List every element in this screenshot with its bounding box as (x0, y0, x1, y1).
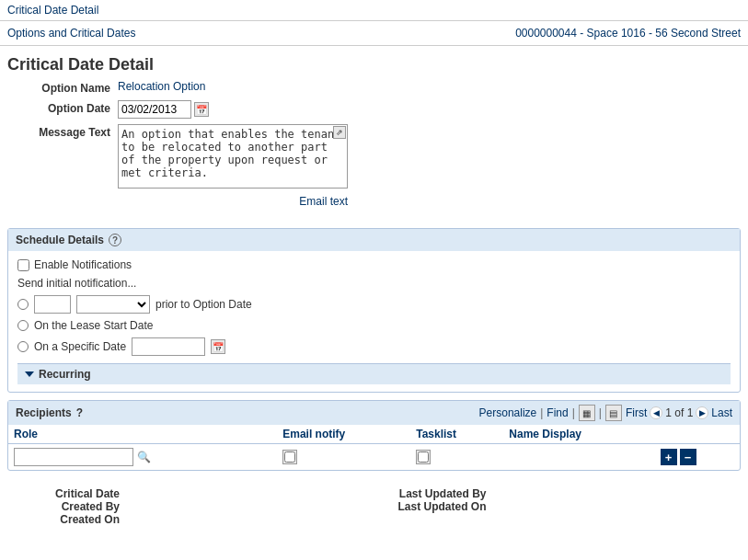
col-header-actions (655, 425, 740, 444)
recipients-header-left: Recipients ? (16, 406, 83, 419)
option-date-label: Option Date (7, 100, 118, 115)
option-name-row: Option Name Relocation Option (7, 80, 741, 95)
message-text-label: Message Text (7, 124, 118, 139)
option-date-row: Option Date 📅 (7, 100, 741, 119)
notification-unit-dropdown[interactable]: Days Weeks Months (76, 295, 150, 314)
prev-page-btn[interactable]: ◀ (650, 406, 662, 419)
footer-info: Critical Date Created By Created On Last… (0, 478, 748, 535)
first-page-link[interactable]: First (626, 406, 647, 419)
schedule-details-title: Schedule Details (16, 234, 104, 246)
tasklist-cell (410, 444, 503, 471)
nav-right-link[interactable]: 0000000044 - Space 1016 - 56 Second Stre… (515, 27, 741, 40)
page-info: 1 of 1 (665, 406, 693, 419)
breadcrumb-bar: Critical Date Detail (0, 0, 748, 21)
schedule-details-body: Enable Notifications Send initial notifi… (8, 251, 740, 392)
message-text-row: Message Text An option that enables the … (7, 124, 741, 208)
email-text-link[interactable]: Email text (299, 195, 348, 208)
send-initial-label: Send initial notification... (17, 277, 731, 290)
enable-notifications-row: Enable Notifications (17, 258, 731, 271)
message-text-input[interactable]: An option that enables the tenant to be … (118, 124, 348, 189)
role-cell: 🔍 (8, 444, 277, 471)
email-notify-checkbox-icon[interactable] (282, 450, 297, 464)
recurring-bar[interactable]: Recurring (17, 363, 731, 384)
export-table-icon[interactable]: ▤ (605, 405, 622, 421)
recipients-help-icon[interactable]: ? (76, 406, 83, 419)
option-name-value[interactable]: Relocation Option (118, 80, 205, 93)
last-updated-by-label: Last Updated By (374, 487, 494, 500)
option-date-input[interactable] (118, 100, 191, 119)
recipients-section: Recipients ? Personalize | Find | ▦ | ▤ … (7, 400, 741, 471)
enable-notifications-label: Enable Notifications (34, 258, 132, 271)
actions-cell: + − (655, 444, 740, 471)
separator-1: | (540, 406, 543, 419)
page-title-area: Critical Date Detail (0, 46, 748, 80)
option-name-label: Option Name (7, 80, 118, 95)
role-lookup-icon[interactable]: 🔍 (136, 450, 151, 464)
recipients-table-header-row: Role Email notify Tasklist Name Display (8, 425, 740, 444)
add-row-button[interactable]: + (661, 449, 677, 465)
recipients-title: Recipients (16, 406, 72, 419)
pagination: First ◀ 1 of 1 ▶ Last (626, 406, 732, 419)
message-text-expand-icon[interactable]: ⇗ (333, 126, 346, 139)
radio-row-lease-start: On the Lease Start Date (17, 319, 731, 332)
email-notify-checkbox[interactable] (284, 451, 295, 463)
last-updated-on-label: Last Updated On (374, 500, 494, 513)
breadcrumb-link[interactable]: Critical Date Detail (7, 4, 98, 17)
radio-row-specific-date: On a Specific Date 📅 (17, 337, 731, 356)
tasklist-checkbox-icon[interactable] (416, 450, 431, 464)
role-input[interactable] (14, 448, 133, 466)
name-display-cell (503, 444, 654, 471)
created-by-label: Created By (7, 500, 127, 513)
export-spreadsheet-icon[interactable]: ▦ (579, 405, 595, 421)
option-date-calendar-icon[interactable]: 📅 (194, 102, 209, 117)
separator-2: | (572, 406, 575, 419)
recurring-triangle-icon (25, 371, 34, 377)
last-updated-by-row: Last Updated By (374, 487, 742, 500)
nav-left-link[interactable]: Options and Critical Dates (7, 27, 135, 40)
last-updated-on-row: Last Updated On (374, 500, 742, 513)
prior-to-label: prior to Option Date (155, 298, 252, 311)
radio-lease-start-option[interactable] (17, 320, 29, 331)
col-header-tasklist: Tasklist (410, 425, 503, 444)
created-by-row: Created By (7, 500, 374, 513)
recipients-header-right: Personalize | Find | ▦ | ▤ First ◀ 1 of … (479, 405, 732, 421)
col-header-name-display: Name Display (503, 425, 654, 444)
email-notify-cell (277, 444, 410, 471)
personalize-link[interactable]: Personalize (479, 406, 537, 419)
specific-date-input[interactable] (132, 337, 205, 356)
find-link[interactable]: Find (547, 406, 568, 419)
nav-bar: Options and Critical Dates 0000000044 - … (0, 21, 748, 46)
schedule-details-help-icon[interactable]: ? (109, 234, 121, 246)
last-page-link[interactable]: Last (711, 406, 732, 419)
created-on-row: Created On (7, 513, 374, 526)
critical-date-row: Critical Date (7, 487, 374, 500)
separator-3: | (599, 406, 602, 419)
critical-date-label: Critical Date (7, 487, 127, 500)
specific-date-calendar-icon[interactable]: 📅 (211, 339, 225, 354)
col-header-role: Role (8, 425, 277, 444)
email-text-link-wrapper: Email text (118, 195, 348, 208)
recurring-label: Recurring (39, 368, 91, 381)
schedule-details-header: Schedule Details ? (8, 229, 740, 251)
page-title: Critical Date Detail (7, 55, 741, 74)
radio-row-number: Days Weeks Months prior to Option Date (17, 295, 731, 314)
message-text-wrapper: An option that enables the tenant to be … (118, 124, 348, 191)
recipients-table: Role Email notify Tasklist Name Display … (8, 425, 740, 470)
col-header-email-notify: Email notify (277, 425, 410, 444)
radio-number-option[interactable] (17, 299, 29, 310)
radio-specific-date-option[interactable] (17, 341, 29, 352)
notification-number-input[interactable] (34, 295, 71, 314)
recipients-header: Recipients ? Personalize | Find | ▦ | ▤ … (8, 401, 740, 425)
enable-notifications-checkbox[interactable] (17, 259, 29, 271)
created-on-label: Created On (7, 513, 127, 526)
remove-row-button[interactable]: − (680, 449, 696, 465)
form-area: Option Name Relocation Option Option Dat… (0, 80, 748, 221)
tasklist-checkbox[interactable] (418, 451, 429, 463)
on-lease-start-label: On the Lease Start Date (34, 319, 153, 332)
on-specific-date-label: On a Specific Date (34, 340, 126, 353)
table-row: 🔍 + − (8, 444, 740, 471)
schedule-details-section: Schedule Details ? Enable Notifications … (7, 228, 741, 393)
next-page-btn[interactable]: ▶ (696, 406, 708, 419)
